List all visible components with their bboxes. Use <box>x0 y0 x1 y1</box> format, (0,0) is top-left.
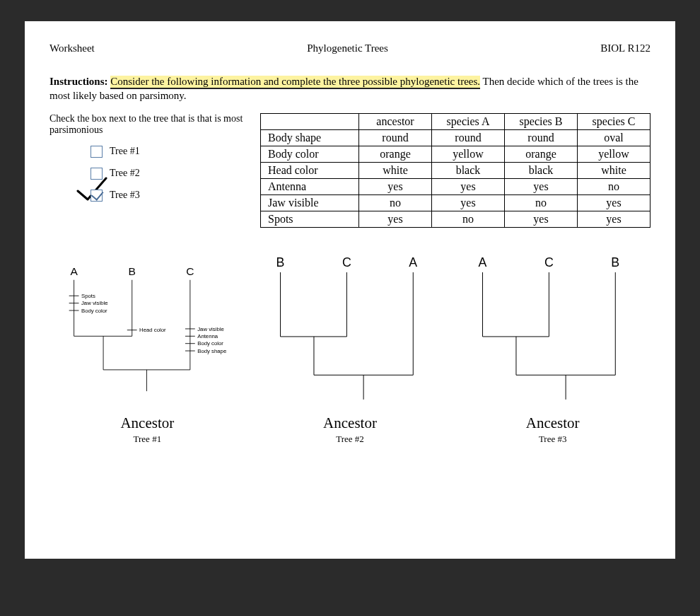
tree2-name: Tree #2 <box>252 434 448 445</box>
tree1-tip-b: B <box>129 265 136 277</box>
tree3-checkbox[interactable] <box>91 190 103 202</box>
row-label: Jaw visible <box>261 194 359 211</box>
tree3-tip-c: C <box>544 255 554 269</box>
table-header-row: ancestor species A species B species C <box>261 113 651 129</box>
tree2-tip-b: B <box>276 255 284 269</box>
table-corner-cell <box>261 113 359 129</box>
tree1-option[interactable]: Tree #1 <box>91 146 250 158</box>
cell: no <box>432 211 505 227</box>
cell: yes <box>359 211 432 227</box>
checkbox-column: Check the box next to the tree that is t… <box>49 113 250 211</box>
check-prompt: Check the box next to the tree that is t… <box>49 113 250 136</box>
cell: yes <box>505 178 578 194</box>
row-label: Body shape <box>261 129 359 146</box>
row-label: Antenna <box>261 178 359 194</box>
cell: black <box>505 162 578 178</box>
tree2-option[interactable]: Tree #2 <box>91 168 250 180</box>
cell: no <box>578 178 651 194</box>
table-row: Spots yes no yes yes <box>261 211 651 227</box>
tree1-box: A B C Spots Jaw visible B <box>49 252 245 445</box>
trait-table: ancestor species A species B species C B… <box>260 113 651 228</box>
tree1-a-tick3: Body color <box>81 307 107 313</box>
tree2-tip-a: A <box>409 255 417 269</box>
table-row: Jaw visible no yes no yes <box>261 194 651 211</box>
tree1-b-tick1: Head color <box>139 327 166 333</box>
cell: round <box>505 129 578 146</box>
table-row: Head color white black black white <box>261 162 651 178</box>
tree3-tip-b: B <box>612 255 620 269</box>
tree1-a-tick1: Spots <box>81 292 95 298</box>
table-row: Body shape round round round oval <box>261 129 651 146</box>
tree1-c-tick3: Body color <box>197 340 223 347</box>
row-label: Spots <box>261 211 359 227</box>
col-species-b: species B <box>505 113 578 129</box>
tree1-ancestor-label: Ancestor <box>49 414 245 432</box>
cell: white <box>359 162 432 178</box>
tree1-checkbox[interactable] <box>91 146 103 158</box>
header-left: Worksheet <box>49 42 95 54</box>
col-species-c: species C <box>578 113 651 129</box>
tree1-svg: A B C Spots Jaw visible B <box>49 252 245 414</box>
cell: yes <box>359 178 432 194</box>
tree2-box: B C A Ancestor Tree #2 <box>252 252 448 445</box>
page-header: Worksheet Phylogenetic Trees BIOL R122 <box>49 42 651 54</box>
row-label: Body color <box>261 146 359 162</box>
cell: oval <box>578 129 651 146</box>
tree1-label: Tree #1 <box>110 146 140 157</box>
col-species-a: species A <box>432 113 505 129</box>
cell: orange <box>359 146 432 162</box>
cell: round <box>359 129 432 146</box>
tree3-name: Tree #3 <box>455 434 651 445</box>
tree3-option[interactable]: Tree #3 <box>91 190 250 202</box>
instructions-highlight: Consider the following information and c… <box>110 76 480 89</box>
instructions-lead: Instructions: <box>49 76 108 87</box>
tree2-tip-c: C <box>342 255 351 269</box>
mid-row: Check the box next to the tree that is t… <box>49 113 651 228</box>
instructions: Instructions: Consider the following inf… <box>49 74 651 103</box>
cell: yes <box>432 194 505 211</box>
cell: yes <box>505 211 578 227</box>
cell: no <box>359 194 432 211</box>
tree3-tip-a: A <box>479 255 487 269</box>
col-ancestor: ancestor <box>359 113 432 129</box>
cell: round <box>432 129 505 146</box>
tree1-c-tick2: Antenna <box>197 332 218 339</box>
header-right: BIOL R122 <box>600 42 651 54</box>
tree2-svg: B C A <box>252 252 448 414</box>
cell: white <box>578 162 651 178</box>
header-center: Phylogenetic Trees <box>307 42 388 54</box>
tree1-c-tick1: Jaw visible <box>197 325 224 332</box>
trees-row: A B C Spots Jaw visible B <box>49 252 651 445</box>
tree3-label: Tree #3 <box>110 190 140 201</box>
worksheet-page: Worksheet Phylogenetic Trees BIOL R122 I… <box>25 21 675 559</box>
tree3-svg: A C B <box>455 252 651 414</box>
table-row: Antenna yes yes yes no <box>261 178 651 194</box>
tree1-a-tick2: Jaw visible <box>81 300 108 306</box>
cell: yellow <box>432 146 505 162</box>
cell: yes <box>432 178 505 194</box>
table-row: Body color orange yellow orange yellow <box>261 146 651 162</box>
tree3-ancestor-label: Ancestor <box>455 414 651 432</box>
cell: yes <box>578 211 651 227</box>
tree1-name: Tree #1 <box>49 434 245 445</box>
cell: yes <box>578 194 651 211</box>
tree1-c-tick4: Body shape <box>197 347 226 354</box>
tree1-tip-a: A <box>70 265 78 277</box>
cell: no <box>505 194 578 211</box>
instructions-tail: parsimony. <box>140 90 187 101</box>
tree2-checkbox[interactable] <box>91 168 103 180</box>
tree2-ancestor-label: Ancestor <box>252 414 448 432</box>
tree3-box: A C B Ancestor Tree #3 <box>455 252 651 445</box>
tree2-label: Tree #2 <box>110 168 140 179</box>
tree1-tip-c: C <box>186 265 194 277</box>
cell: black <box>432 162 505 178</box>
cell: yellow <box>578 146 651 162</box>
row-label: Head color <box>261 162 359 178</box>
cell: orange <box>505 146 578 162</box>
